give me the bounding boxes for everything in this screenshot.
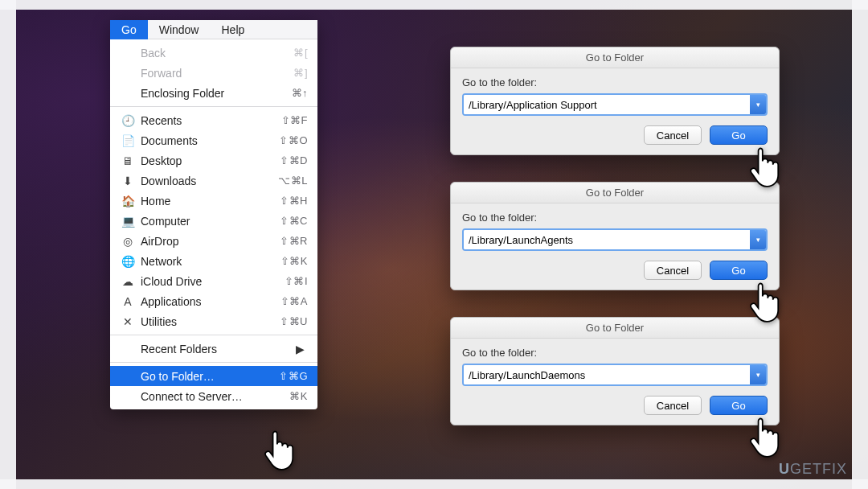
menu-label: Network — [141, 255, 280, 268]
menu-shortcut: ⌥⌘L — [278, 175, 308, 187]
menu-shortcut: ⇧⌘U — [280, 315, 308, 327]
menu-label: Documents — [141, 134, 279, 147]
menu-label: Recent Folders — [141, 343, 296, 355]
pointer-cursor-icon — [262, 428, 297, 471]
place-icon: ⬇ — [120, 175, 136, 187]
path-input[interactable] — [464, 230, 750, 249]
dialog-title: Go to Folder — [451, 183, 779, 203]
go-button[interactable]: Go — [710, 125, 768, 145]
menu-label: Back — [141, 47, 293, 60]
place-icon: 📄 — [120, 134, 136, 147]
menu-forward: Forward ⌘] — [110, 63, 317, 83]
go-menu: Go Window Help Back ⌘[ Forward ⌘] Enclos… — [110, 20, 317, 409]
menu-network[interactable]: 🌐Network⇧⌘K — [110, 251, 317, 271]
menu-shortcut: ⇧⌘D — [280, 154, 308, 166]
dialog-prompt: Go to the folder: — [462, 76, 768, 88]
path-input[interactable] — [464, 365, 750, 384]
submenu-arrow-icon: ▶ — [296, 343, 305, 355]
menu-recents[interactable]: 🕘Recents⇧⌘F — [110, 110, 317, 130]
menu-go-to-folder[interactable]: Go to Folder… ⇧⌘G — [110, 366, 317, 386]
menu-shortcut: ⌘↑ — [292, 87, 309, 99]
menu-label: Recents — [141, 114, 281, 127]
menu-label: iCloud Drive — [141, 275, 285, 288]
menu-desktop[interactable]: 🖥Desktop⇧⌘D — [110, 150, 317, 171]
go-to-folder-dialog-1: Go to Folder Go to the folder: ▾ Cancel … — [450, 47, 780, 155]
place-icon: 🏠 — [120, 195, 136, 208]
menu-back: Back ⌘[ — [110, 43, 317, 63]
menu-label: Applications — [141, 295, 280, 308]
menu-label: Home — [141, 195, 280, 208]
place-icon: ✕ — [120, 315, 136, 328]
dialog-prompt: Go to the folder: — [462, 212, 768, 224]
place-icon: 🖥 — [120, 154, 136, 167]
path-combobox[interactable]: ▾ — [462, 93, 768, 116]
menu-label: Utilities — [141, 315, 280, 328]
menu-label: Connect to Server… — [141, 390, 289, 403]
go-to-folder-dialog-2: Go to Folder Go to the folder: ▾ Cancel … — [450, 182, 780, 290]
menu-utilities[interactable]: ✕Utilities⇧⌘U — [110, 311, 317, 331]
menu-downloads[interactable]: ⬇Downloads⌥⌘L — [110, 171, 317, 191]
path-combobox[interactable]: ▾ — [462, 364, 768, 386]
menu-shortcut: ⇧⌘H — [280, 195, 308, 207]
go-to-folder-dialog-3: Go to Folder Go to the folder: ▾ Cancel … — [450, 317, 780, 425]
dialog-title: Go to Folder — [451, 318, 779, 339]
menu-label: Forward — [141, 67, 293, 80]
menu-label: Computer — [141, 215, 280, 228]
cancel-button[interactable]: Cancel — [644, 125, 702, 145]
path-input[interactable] — [464, 95, 750, 114]
menu-shortcut: ⇧⌘I — [285, 275, 308, 287]
menu-label: Enclosing Folder — [141, 87, 292, 100]
menubar-item-go[interactable]: Go — [110, 20, 148, 39]
cancel-button[interactable]: Cancel — [644, 396, 702, 415]
menu-home[interactable]: 🏠Home⇧⌘H — [110, 191, 317, 211]
menu-applications[interactable]: AApplications⇧⌘A — [110, 291, 317, 311]
place-icon: ◎ — [120, 235, 136, 248]
menu-label: Desktop — [141, 154, 280, 167]
place-icon: A — [120, 295, 136, 308]
path-combobox[interactable]: ▾ — [462, 228, 768, 251]
menubar-item-help[interactable]: Help — [210, 20, 256, 39]
menu-shortcut: ⌘[ — [293, 47, 308, 59]
dialog-prompt: Go to the folder: — [462, 347, 768, 359]
place-icon: 💻 — [120, 215, 136, 228]
menu-shortcut: ⇧⌘F — [281, 114, 308, 126]
menu-computer[interactable]: 💻Computer⇧⌘C — [110, 211, 317, 231]
watermark: UGETFIX — [779, 461, 847, 478]
menu-shortcut: ⇧⌘C — [280, 215, 308, 227]
menu-connect-to-server[interactable]: Connect to Server… ⌘K — [110, 386, 317, 406]
menu-shortcut: ⇧⌘G — [279, 370, 308, 382]
menu-recent-folders[interactable]: Recent Folders ▶ — [110, 339, 317, 359]
menubar-item-window[interactable]: Window — [148, 20, 211, 39]
menu-shortcut: ⇧⌘R — [280, 235, 308, 247]
dropdown-arrow-icon[interactable]: ▾ — [750, 95, 766, 114]
dropdown-arrow-icon[interactable]: ▾ — [750, 230, 766, 249]
menu-label: Downloads — [141, 175, 278, 187]
dialog-title: Go to Folder — [451, 47, 779, 68]
menu-shortcut: ⇧⌘O — [279, 134, 308, 146]
menu-icloud-drive[interactable]: ☁iCloud Drive⇧⌘I — [110, 271, 317, 291]
place-icon: 🌐 — [120, 255, 136, 268]
menu-shortcut: ⌘K — [289, 390, 308, 402]
go-button[interactable]: Go — [710, 261, 768, 280]
menu-label: Go to Folder… — [141, 370, 279, 383]
place-icon: 🕘 — [120, 114, 136, 127]
place-icon: ☁ — [120, 275, 136, 288]
dropdown-arrow-icon[interactable]: ▾ — [750, 365, 766, 384]
menu-shortcut: ⇧⌘K — [280, 255, 308, 267]
menu-label: AirDrop — [141, 235, 280, 248]
menu-shortcut: ⌘] — [293, 67, 308, 79]
cancel-button[interactable]: Cancel — [644, 261, 702, 280]
go-button[interactable]: Go — [710, 396, 768, 415]
menubar: Go Window Help — [110, 20, 317, 39]
menu-documents[interactable]: 📄Documents⇧⌘O — [110, 130, 317, 150]
menu-airdrop[interactable]: ◎AirDrop⇧⌘R — [110, 231, 317, 251]
menu-shortcut: ⇧⌘A — [280, 295, 308, 307]
menu-enclosing-folder[interactable]: Enclosing Folder ⌘↑ — [110, 83, 317, 103]
